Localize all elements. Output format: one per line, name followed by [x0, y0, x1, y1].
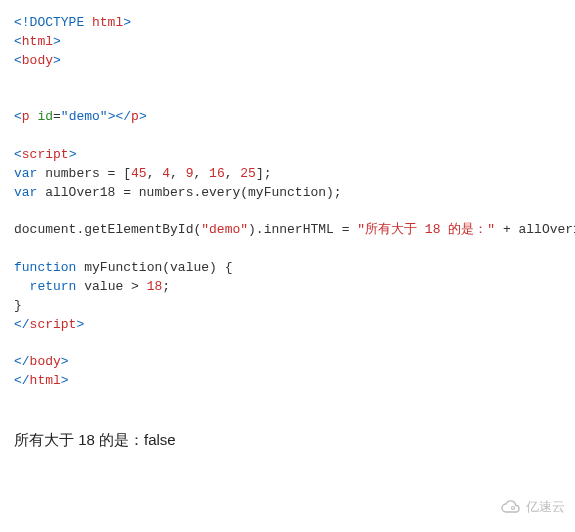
- code-token: ,: [193, 166, 209, 181]
- code-token: ).innerHTML =: [248, 222, 357, 237]
- code-token: >: [53, 34, 61, 49]
- code-token: }: [14, 298, 22, 313]
- code-token: ;: [162, 279, 170, 294]
- code-token: </: [14, 354, 30, 369]
- code-token: >: [139, 109, 147, 124]
- code-token: ,: [225, 166, 241, 181]
- code-token: html: [22, 34, 53, 49]
- code-token: myFunction(value) {: [76, 260, 232, 275]
- svg-point-0: [512, 507, 515, 510]
- code-token: <: [14, 34, 22, 49]
- code-token: 18: [147, 279, 163, 294]
- code-token: html: [92, 15, 123, 30]
- code-token: body: [30, 354, 61, 369]
- code-token: script: [30, 317, 77, 332]
- code-token: var: [14, 166, 37, 181]
- code-token: 16: [209, 166, 225, 181]
- code-token: >: [61, 373, 69, 388]
- code-token: ];: [256, 166, 272, 181]
- code-token: ,: [147, 166, 163, 181]
- code-token: value >: [76, 279, 146, 294]
- code-token: 4: [162, 166, 170, 181]
- code-token: ></: [108, 109, 131, 124]
- code-token: </: [14, 317, 30, 332]
- code-token: body: [22, 53, 53, 68]
- code-token: 25: [240, 166, 256, 181]
- code-token: script: [22, 147, 69, 162]
- code-token: function: [14, 260, 76, 275]
- code-token: ,: [170, 166, 186, 181]
- watermark-label: 亿速云: [526, 498, 565, 517]
- code-token: <: [14, 53, 22, 68]
- cloud-icon: [500, 500, 522, 514]
- code-token: return: [30, 279, 77, 294]
- code-token: >: [61, 354, 69, 369]
- code-token: + allOver18;: [495, 222, 575, 237]
- code-token: >: [69, 147, 77, 162]
- code-token: numbers = [: [37, 166, 131, 181]
- code-token: "demo": [61, 109, 108, 124]
- code-token: [14, 279, 30, 294]
- code-token: html: [30, 373, 61, 388]
- code-token: "demo": [201, 222, 248, 237]
- code-token: <!DOCTYPE: [14, 15, 92, 30]
- code-token: document.getElementById(: [14, 222, 201, 237]
- code-token: "所有大于 18 的是：": [357, 222, 495, 237]
- code-token: >: [53, 53, 61, 68]
- code-token: <: [14, 109, 22, 124]
- code-token: >: [123, 15, 131, 30]
- code-block: <!DOCTYPE html> <html> <body> <p id="dem…: [14, 14, 561, 391]
- watermark: 亿速云: [500, 498, 565, 517]
- code-token: allOver18 = numbers.every(myFunction);: [37, 185, 341, 200]
- code-token: id: [37, 109, 53, 124]
- code-token: >: [76, 317, 84, 332]
- code-token: var: [14, 185, 37, 200]
- output-text: 所有大于 18 的是：false: [14, 429, 561, 511]
- code-token: =: [53, 109, 61, 124]
- code-token: </: [14, 373, 30, 388]
- code-token: <: [14, 147, 22, 162]
- code-token: p: [22, 109, 30, 124]
- code-token: 45: [131, 166, 147, 181]
- code-token: p: [131, 109, 139, 124]
